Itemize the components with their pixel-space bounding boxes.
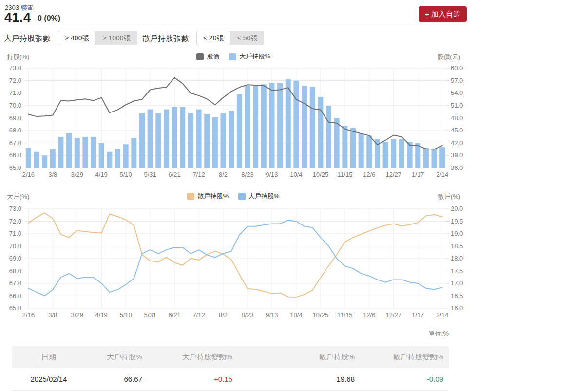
svg-text:16.5: 16.5 <box>451 292 463 299</box>
line-散戶持股% <box>28 213 442 297</box>
header-divider <box>0 27 467 27</box>
svg-text:6/21: 6/21 <box>168 171 180 178</box>
svg-text:3/8: 3/8 <box>48 311 57 318</box>
svg-text:4/19: 4/19 <box>96 171 108 178</box>
svg-text:7/12: 7/12 <box>192 171 205 178</box>
bars-大戶持股% <box>26 79 445 168</box>
table-header-row: 日期 大戶持股% 大戶持股變動% 散戶持股% 散戶持股變動% <box>12 346 449 368</box>
svg-text:10/25: 10/25 <box>313 311 329 318</box>
svg-text:12/27: 12/27 <box>385 171 401 178</box>
svg-text:12/27: 12/27 <box>385 311 401 318</box>
svg-text:65.0: 65.0 <box>9 304 21 312</box>
svg-text:1/17: 1/17 <box>412 171 424 178</box>
svg-text:10/25: 10/25 <box>313 171 329 178</box>
stock-holders-page: 2303 聯電 41.4 0 (0%) + 加入自選 大戶持股張數 > 400張… <box>0 0 573 392</box>
svg-text:68.0: 68.0 <box>9 127 21 134</box>
toggle-major-1000[interactable]: > 1000張 <box>96 31 137 45</box>
holders-table: 日期 大戶持股% 大戶持股變動% 散戶持股% 散戶持股變動% 2025/02/1… <box>12 346 449 391</box>
svg-text:70.0: 70.0 <box>9 102 21 109</box>
svg-text:70.0: 70.0 <box>9 243 21 250</box>
svg-text:19.5: 19.5 <box>451 218 463 225</box>
price-vs-major-holders-chart[interactable]: 2/163/83/294/195/105/316/217/128/28/239/… <box>0 50 467 181</box>
svg-text:19.0: 19.0 <box>451 230 463 237</box>
line-股價 <box>28 78 442 149</box>
svg-text:60.0: 60.0 <box>451 64 463 72</box>
svg-text:2/14: 2/14 <box>436 311 448 318</box>
svg-text:9/13: 9/13 <box>266 311 278 318</box>
col-header-date: 日期 <box>12 353 85 362</box>
svg-text:5/10: 5/10 <box>120 171 132 178</box>
svg-text:7/12: 7/12 <box>192 311 205 318</box>
svg-text:3/29: 3/29 <box>71 311 83 318</box>
svg-text:5/31: 5/31 <box>144 171 156 178</box>
svg-text:57.0: 57.0 <box>451 77 463 84</box>
svg-text:12/6: 12/6 <box>363 171 375 178</box>
svg-text:69.0: 69.0 <box>9 114 21 122</box>
svg-text:2/16: 2/16 <box>22 171 35 178</box>
stock-price: 41.4 <box>4 10 31 25</box>
svg-text:3/29: 3/29 <box>71 171 83 178</box>
svg-text:10/4: 10/4 <box>290 311 302 318</box>
add-watchlist-button[interactable]: + 加入自選 <box>419 6 467 22</box>
svg-text:73.0: 73.0 <box>9 205 21 212</box>
svg-text:45.0: 45.0 <box>451 127 463 134</box>
table-row: 2025/02/14 66.67 +0.15 19.68 -0.09 <box>12 368 449 391</box>
svg-text:68.0: 68.0 <box>9 267 21 275</box>
svg-text:48.0: 48.0 <box>451 114 463 122</box>
cell-major-pct: 66.67 <box>85 375 142 383</box>
svg-text:8/23: 8/23 <box>241 171 253 178</box>
stock-change: 0 (0%) <box>38 14 60 23</box>
svg-text:4/19: 4/19 <box>96 311 108 318</box>
svg-text:67.0: 67.0 <box>9 280 21 287</box>
cell-date: 2025/02/14 <box>12 375 85 383</box>
major-holders-threshold-toggle: > 400張 > 1000張 <box>58 31 137 45</box>
svg-text:5/10: 5/10 <box>120 311 132 318</box>
svg-text:51.0: 51.0 <box>451 102 463 109</box>
svg-text:17.5: 17.5 <box>451 267 463 275</box>
cell-retail-pct: 19.68 <box>232 375 355 383</box>
svg-text:1/17: 1/17 <box>412 311 424 318</box>
line-大戶持股% <box>28 220 442 296</box>
cell-retail-chg: -0.09 <box>355 375 449 383</box>
svg-text:8/23: 8/23 <box>241 311 253 318</box>
retail-vs-major-holders-chart[interactable]: 2/163/83/294/195/105/316/217/128/28/239/… <box>0 190 467 320</box>
svg-text:18.0: 18.0 <box>451 255 463 262</box>
svg-text:10/4: 10/4 <box>290 171 302 178</box>
svg-text:11/15: 11/15 <box>337 311 353 318</box>
svg-text:11/15: 11/15 <box>337 171 353 178</box>
toggle-major-400[interactable]: > 400張 <box>58 31 96 45</box>
svg-text:20.0: 20.0 <box>451 205 463 212</box>
svg-text:54.0: 54.0 <box>451 89 463 96</box>
svg-text:66.0: 66.0 <box>9 151 21 159</box>
retail-holders-filter-label: 散戶持股張數 <box>142 34 189 44</box>
content-area: 2303 聯電 41.4 0 (0%) + 加入自選 大戶持股張數 > 400張… <box>0 0 467 392</box>
svg-text:72.0: 72.0 <box>9 218 21 225</box>
svg-text:2/14: 2/14 <box>436 171 448 178</box>
col-header-major-chg: 大戶持股變動% <box>142 353 232 362</box>
svg-text:18.5: 18.5 <box>451 243 463 250</box>
svg-text:8/2: 8/2 <box>219 171 228 178</box>
unit-note: 單位:% <box>429 329 449 338</box>
retail-holders-threshold-toggle: < 20張 < 50張 <box>196 31 264 45</box>
svg-text:66.0: 66.0 <box>9 292 21 299</box>
svg-text:3/8: 3/8 <box>48 171 57 178</box>
svg-text:65.0: 65.0 <box>9 164 21 171</box>
col-header-retail-pct: 散戶持股% <box>232 353 355 362</box>
cell-major-chg: +0.15 <box>142 375 232 383</box>
svg-text:9/13: 9/13 <box>266 171 278 178</box>
svg-text:5/31: 5/31 <box>144 311 156 318</box>
svg-text:17.0: 17.0 <box>451 280 463 287</box>
svg-text:2/16: 2/16 <box>22 311 35 318</box>
svg-text:6/21: 6/21 <box>168 311 180 318</box>
chart-gridlines <box>24 209 449 308</box>
svg-text:39.0: 39.0 <box>451 151 463 159</box>
svg-text:42.0: 42.0 <box>451 139 463 147</box>
svg-text:71.0: 71.0 <box>9 89 21 96</box>
svg-text:73.0: 73.0 <box>9 64 21 72</box>
svg-text:16.0: 16.0 <box>451 304 463 312</box>
svg-text:8/2: 8/2 <box>219 311 228 318</box>
toggle-retail-50[interactable]: < 50張 <box>230 31 265 45</box>
toggle-retail-20[interactable]: < 20張 <box>196 31 230 45</box>
svg-text:12/6: 12/6 <box>363 311 375 318</box>
svg-text:71.0: 71.0 <box>9 230 21 237</box>
